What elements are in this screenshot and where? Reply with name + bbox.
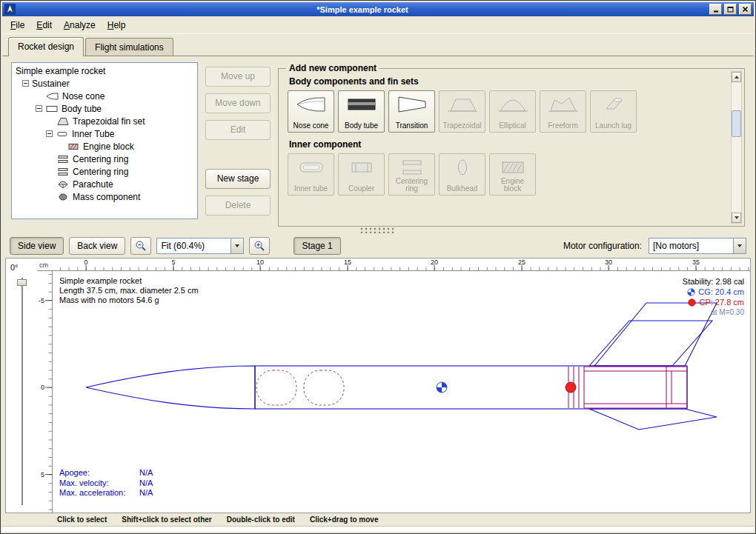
button-label: Trapezoidal (443, 122, 482, 130)
tree-item-centering-ring-1[interactable]: Centering ring (12, 153, 197, 165)
zoom-out-button[interactable] (130, 237, 151, 255)
body-tube-icon (45, 104, 59, 113)
tree-item-body-tube[interactable]: Body tube (12, 102, 197, 115)
motor-configuration-select[interactable]: [No motors] (649, 238, 746, 254)
menu-edit[interactable]: Edit (30, 17, 58, 33)
tree-item-inner-tube[interactable]: Inner Tube (12, 127, 197, 140)
move-down-button: Move down (205, 93, 271, 113)
motor-configuration-label: Motor configuration: (563, 241, 642, 251)
flight-data: Apogee:N/A Max. velocity:N/A Max. accele… (59, 468, 153, 498)
tree-label: Simple example rocket (16, 66, 105, 76)
tree-item-rocket[interactable]: Simple example rocket (12, 64, 197, 77)
hint-double-click: Double-click to edit (227, 515, 295, 524)
rocket-info: Simple example rocket Length 37.5 cm, ma… (59, 276, 199, 305)
trapezoidal-fin-icon (446, 95, 479, 114)
bulkhead-icon (446, 158, 479, 177)
app-window: *Simple example rocket File Edit Analyze… (0, 0, 756, 534)
component-tree: Simple example rocket Sustainer Nose con… (11, 62, 198, 219)
collapse-icon[interactable] (46, 130, 53, 137)
menu-file[interactable]: File (4, 17, 30, 33)
launch-lug-icon (597, 95, 630, 114)
scroll-down-icon[interactable] (732, 213, 741, 223)
nose-cone-icon (295, 95, 328, 114)
chevron-down-icon[interactable] (733, 238, 746, 253)
rotation-slider[interactable] (17, 278, 27, 505)
max-velocity-value: N/A (139, 478, 153, 489)
splitter-grip-icon[interactable] (360, 227, 396, 233)
svg-text:0: 0 (84, 258, 87, 266)
scroll-up-icon[interactable] (732, 72, 741, 82)
add-freeform-fin-button: Freeform (540, 90, 586, 133)
close-icon[interactable] (739, 4, 752, 15)
centering-ring-icon (56, 155, 70, 164)
move-up-button: Move up (205, 67, 271, 87)
menu-bar: File Edit Analyze Help (2, 16, 754, 34)
add-bulkhead-button: Bulkhead (439, 153, 485, 196)
inner-tube-icon (295, 158, 328, 177)
max-velocity-label: Max. velocity: (59, 478, 139, 489)
collapse-icon[interactable] (36, 105, 42, 112)
zoom-in-button[interactable] (249, 237, 270, 255)
button-label: Engine block (491, 178, 534, 193)
stage-1-toggle[interactable]: Stage 1 (294, 237, 340, 255)
add-elliptical-fin-button: Elliptical (489, 90, 536, 133)
button-label: Inner tube (294, 185, 328, 193)
menu-analyze[interactable]: Analyze (58, 17, 102, 33)
svg-text:5: 5 (171, 258, 175, 266)
tree-item-fin-set[interactable]: Trapezoidal fin set (12, 115, 197, 127)
stability-info: Stability: 2.98 cal CG: 20.4 cm CP: 27.8… (683, 276, 744, 318)
tree-item-nose-cone[interactable]: Nose cone (12, 90, 197, 102)
chevron-down-icon[interactable] (231, 238, 243, 253)
max-acceleration-value: N/A (139, 488, 153, 498)
rocket-view-canvas[interactable]: 0° cm (5, 258, 751, 513)
add-trapezoidal-fin-button: Trapezoidal (439, 90, 485, 133)
tree-item-mass-component[interactable]: Mass component (12, 190, 197, 203)
apogee-label: Apogee: (59, 468, 139, 478)
tree-item-engine-block[interactable]: Engine block (12, 140, 197, 153)
inner-components-row: Inner tube Coupler Centering ring Bulkhe… (288, 153, 725, 196)
freeform-fin-icon (547, 95, 580, 114)
tree-label: Inner Tube (72, 129, 114, 139)
vertical-ruler (37, 271, 52, 513)
inner-tube-icon (56, 130, 69, 138)
tab-rocket-design[interactable]: Rocket design (8, 37, 84, 56)
window-status-strip (2, 526, 754, 532)
body-tube-icon (345, 95, 378, 114)
add-nose-cone-button[interactable]: Nose cone (288, 90, 334, 133)
tree-item-centering-ring-2[interactable]: Centering ring (12, 165, 197, 178)
motor-configuration-value: [No motors] (649, 241, 733, 251)
component-panel-scrollbar[interactable] (731, 71, 742, 224)
delete-button: Delete (205, 196, 271, 216)
svg-text:20: 20 (431, 258, 438, 266)
button-label: Freeform (548, 122, 578, 130)
stability-value: Stability: 2.98 cal (683, 276, 744, 287)
tree-item-parachute[interactable]: Parachute (12, 178, 197, 190)
collapse-icon[interactable] (22, 80, 29, 87)
tree-item-sustainer[interactable]: Sustainer (12, 77, 197, 90)
app-icon (4, 4, 16, 15)
add-launch-lug-button: Launch lug (590, 90, 637, 133)
scrollbar-thumb[interactable] (732, 110, 741, 137)
hint-click-select: Click to select (57, 515, 107, 524)
zoom-select[interactable]: Fit (60.4%) (156, 238, 244, 254)
svg-text:5: 5 (41, 471, 44, 478)
add-transition-button[interactable]: Transition (388, 90, 435, 133)
add-centering-ring-button: Centering ring (388, 153, 435, 196)
rocket-name: Simple example rocket (59, 276, 199, 286)
side-view-button[interactable]: Side view (10, 237, 64, 255)
button-label: Centering ring (391, 178, 433, 193)
minimize-icon[interactable] (709, 4, 722, 15)
svg-text:15: 15 (344, 258, 351, 266)
maximize-icon[interactable] (724, 4, 737, 15)
title-bar[interactable]: *Simple example rocket (2, 2, 754, 16)
back-view-button[interactable]: Back view (69, 237, 125, 255)
menu-help[interactable]: Help (102, 17, 132, 33)
add-body-tube-button[interactable]: Body tube (338, 90, 385, 133)
horizontal-ruler (53, 258, 751, 270)
new-stage-button[interactable]: New stage (205, 169, 271, 189)
svg-text:0: 0 (41, 384, 44, 391)
split-pane-divider[interactable] (2, 225, 754, 234)
inner-component-label: Inner component (289, 139, 725, 150)
slider-handle[interactable] (17, 279, 27, 286)
tab-flight-simulations[interactable]: Flight simulations (85, 38, 173, 56)
